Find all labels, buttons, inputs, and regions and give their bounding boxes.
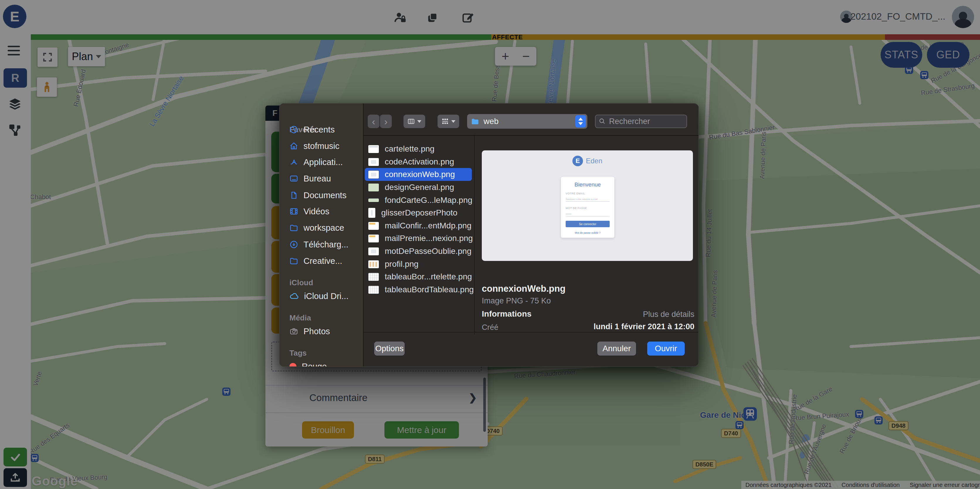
sidebar-item-label: Télécharg...	[304, 240, 348, 249]
file-row[interactable]: codeActivation.png	[365, 156, 472, 168]
file-row-selected[interactable]: connexionWeb.png	[365, 168, 472, 181]
file-row[interactable]: motDePasseOublie.png	[365, 245, 472, 258]
forgot-password-link: Mot de passe oublié ?	[561, 231, 614, 234]
group-view-button[interactable]	[438, 114, 459, 128]
file-row[interactable]: glisserDeposerPhoto	[365, 206, 472, 219]
preview-file-name: connexionWeb.png	[482, 284, 565, 294]
chevron-down-icon	[451, 120, 455, 123]
appstore-icon	[290, 158, 298, 167]
options-button[interactable]: Options	[374, 341, 405, 356]
sidebar-item-telechargements[interactable]: Télécharg...	[290, 238, 357, 251]
sidebar-item-label: Rouge	[302, 362, 327, 367]
file-name: designGeneral.png	[385, 183, 454, 192]
search-field[interactable]	[595, 114, 687, 128]
sidebar-item-label: Applicati...	[304, 157, 343, 167]
file-row[interactable]: fondCarteG...leMap.png	[365, 194, 472, 207]
search-icon	[598, 117, 606, 125]
red-tag-icon	[290, 363, 296, 367]
preview-info-title: Informations	[482, 309, 531, 319]
file-thumbnail	[368, 222, 379, 230]
sidebar-item-label: stofmusic	[304, 141, 339, 151]
file-thumbnail	[368, 260, 379, 268]
file-name: cartelette.png	[385, 144, 434, 154]
sidebar-item-label: Récents	[304, 125, 334, 135]
file-row[interactable]: tableauBor...rtelette.png	[365, 270, 472, 283]
sidebar-item-applications[interactable]: Applicati...	[290, 156, 357, 169]
file-thumbnail	[368, 171, 379, 179]
divider	[364, 332, 699, 332]
sidebar-item-documents[interactable]: Documents	[290, 189, 357, 202]
back-button[interactable]: ‹	[368, 114, 379, 128]
file-thumbnail	[368, 198, 379, 202]
sidebar-section-icloud: iCloud	[290, 278, 313, 287]
file-name: tableauBor...rtelette.png	[385, 272, 472, 281]
film-icon	[290, 207, 298, 216]
columns-icon	[407, 117, 415, 125]
divider	[364, 135, 699, 136]
file-thumbnail	[368, 158, 379, 166]
file-row[interactable]: profil.png	[365, 258, 472, 271]
password-input: •••••••	[566, 213, 609, 216]
stepper-control[interactable]	[575, 115, 586, 127]
brand-text: Eden	[586, 157, 602, 165]
cancel-button[interactable]: Annuler	[597, 341, 636, 356]
file-preview: E Eden Bienvenue VOTRE EMAIL Saisissez v…	[482, 151, 693, 261]
column-view-button[interactable]	[404, 114, 425, 128]
sidebar-item-videos[interactable]: Vidéos	[290, 205, 357, 218]
preview-login-card: Bienvenue VOTRE EMAIL Saisissez votre ad…	[561, 177, 614, 238]
file-row[interactable]: mailPremie...nexion.png	[365, 232, 472, 245]
sidebar-item-creative[interactable]: Creative...	[290, 254, 357, 268]
file-thumbnail	[368, 208, 375, 218]
sidebar-item-tag-rouge[interactable]: Rouge	[290, 360, 357, 367]
file-name: mailPremie...nexion.png	[385, 233, 473, 243]
file-thumbnail	[368, 184, 379, 191]
open-button[interactable]: Ouvrir	[647, 341, 685, 356]
folder-icon	[290, 257, 298, 265]
file-thumbnail	[368, 248, 379, 256]
created-label: Créé	[482, 323, 498, 332]
file-name: mailConfir...entMdp.png	[385, 221, 471, 230]
file-open-dialog: Favoris Récents stofmusic Applicati... B…	[279, 103, 699, 367]
preview-file-meta: Image PNG - 75 Ko	[482, 296, 551, 305]
sidebar-item-photos[interactable]: Photos	[290, 324, 357, 338]
home-icon	[290, 141, 298, 151]
password-label: MOT DE PASSE	[566, 207, 587, 210]
sidebar-item-home[interactable]: stofmusic	[290, 139, 357, 153]
folder-dropdown[interactable]: web	[467, 114, 587, 129]
folder-icon	[290, 223, 298, 232]
grid-icon	[441, 117, 449, 125]
download-icon	[290, 240, 298, 249]
login-submit-button: Se connecter	[566, 221, 609, 227]
file-row[interactable]: designGeneral.png	[365, 181, 472, 194]
email-label: VOTRE EMAIL	[566, 192, 585, 195]
sidebar-item-bureau[interactable]: Bureau	[290, 172, 357, 185]
file-row[interactable]: cartelette.png	[365, 143, 472, 156]
file-name: connexionWeb.png	[385, 170, 455, 179]
sidebar-section-media: Média	[290, 313, 311, 322]
created-value: lundi 1 février 2021 à 12:00	[593, 322, 694, 331]
file-row[interactable]: mailConfir...entMdp.png	[365, 219, 472, 232]
sidebar-item-label: Photos	[304, 327, 330, 336]
sidebar-item-recents[interactable]: Récents	[290, 123, 357, 137]
sidebar-item-workspace[interactable]: workspace	[290, 221, 357, 235]
sidebar-item-label: Bureau	[304, 174, 331, 184]
sidebar-item-icloud-drive[interactable]: iCloud Dri...	[290, 289, 357, 303]
file-name: motDePasseOublie.png	[385, 246, 471, 256]
sidebar-item-label: workspace	[304, 223, 344, 233]
more-details-link[interactable]: Plus de détails	[643, 310, 694, 319]
file-name: profil.png	[385, 259, 418, 269]
clock-icon	[290, 125, 298, 134]
file-thumbnail	[368, 145, 379, 153]
file-row[interactable]: tableauBordTableau.png	[365, 283, 472, 296]
search-input[interactable]	[608, 117, 680, 126]
cloud-icon	[290, 291, 299, 301]
sidebar-section-tags: Tags	[290, 349, 307, 358]
sidebar-item-label: Documents	[304, 191, 347, 200]
chevron-up-icon	[578, 117, 583, 121]
email-input: Saisissez votre adresse e-mail	[566, 198, 609, 202]
forward-button[interactable]: ›	[380, 114, 392, 128]
file-name: tableauBordTableau.png	[385, 285, 474, 294]
eden-logo: E	[573, 156, 583, 166]
file-name: fondCarteG...leMap.png	[385, 195, 473, 205]
camera-icon	[290, 327, 298, 336]
